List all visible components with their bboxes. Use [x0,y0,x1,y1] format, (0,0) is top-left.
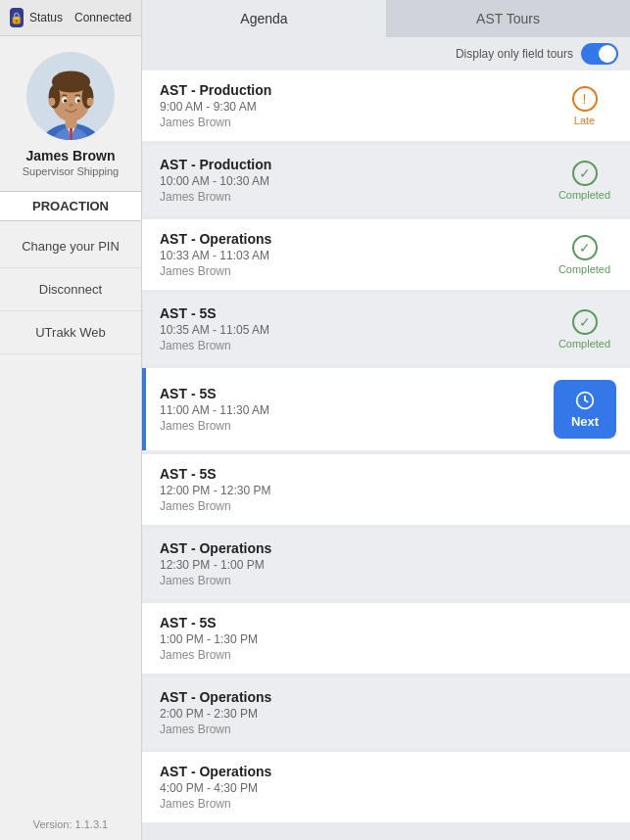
app-label: PROACTION [0,191,141,221]
tab-agenda[interactable]: Agenda [142,0,386,37]
clock-icon [575,391,595,410]
status-badge: ✓ Completed [553,235,616,275]
status-badge: ✓ Completed [553,161,616,201]
item-person: James Brown [160,499,616,513]
top-bar: Display only field tours [142,37,630,70]
item-title: AST - 5S [160,305,553,321]
sidebar: 🔒 Status Connected [0,0,142,840]
main-content: Agenda AST Tours Display only field tour… [142,0,630,840]
schedule-list: AST - Production 9:00 AM - 9:30 AM James… [142,70,630,840]
item-title: AST - Operations [160,231,553,247]
sidebar-item-utrakk[interactable]: UTrakk Web [0,311,141,354]
item-person: James Brown [160,116,553,129]
item-time: 10:35 AM - 11:05 AM [160,323,553,337]
item-time: 12:00 PM - 12:30 PM [160,484,616,497]
item-title: AST - 5S [160,615,616,630]
item-person: James Brown [160,797,616,811]
toggle-knob [599,45,616,63]
sidebar-nav: Change your PIN Disconnect UTrakk Web [0,225,141,354]
status-bar: 🔒 Status Connected [0,0,141,36]
badge-text: Completed [558,338,610,350]
item-time: 10:33 AM - 11:03 AM [160,249,553,262]
schedule-item[interactable]: AST - 5S 1:00 PM - 1:30 PM James Brown [142,603,630,674]
item-info: AST - 5S 1:00 PM - 1:30 PM James Brown [160,615,616,662]
badge-text: Completed [558,189,610,201]
connection-status: Connected [74,11,131,24]
schedule-item[interactable]: AST - Production 9:00 AM - 9:30 AM James… [142,70,630,141]
item-person: James Brown [160,339,553,352]
badge-text: Late [574,115,595,126]
item-info: AST - Operations 12:30 PM - 1:00 PM Jame… [160,540,616,587]
item-time: 9:00 AM - 9:30 AM [160,100,553,114]
svg-point-15 [68,104,73,107]
badge-text: Completed [558,263,610,275]
item-title: AST - 5S [160,386,554,401]
user-role: Supervisor Shipping [23,165,119,177]
schedule-item[interactable]: AST - Operations 2:00 PM - 2:30 PM James… [142,677,630,748]
svg-point-14 [76,99,79,102]
tab-bar: Agenda AST Tours [142,0,630,37]
item-person: James Brown [160,648,616,662]
item-title: AST - Production [160,157,553,172]
item-title: AST - Operations [160,764,616,779]
item-time: 10:00 AM - 10:30 AM [160,174,553,188]
schedule-item[interactable]: AST - 5S 11:00 AM - 11:30 AM James Brown… [142,368,630,450]
item-info: AST - Production 10:00 AM - 10:30 AM Jam… [160,157,553,204]
item-title: AST - Operations [160,689,616,705]
item-time: 1:00 PM - 1:30 PM [160,632,616,646]
check-icon: ✓ [572,235,598,260]
schedule-item[interactable]: AST - Operations 4:00 PM - 4:30 PM James… [142,752,630,822]
item-person: James Brown [160,190,553,204]
status-badge: ! Late [553,86,616,126]
svg-point-10 [86,98,93,107]
status-label: Status [29,11,63,24]
item-title: AST - Operations [160,540,616,556]
user-name: James Brown [25,148,115,163]
item-info: AST - 5S 10:35 AM - 11:05 AM James Brown [160,305,553,352]
field-tours-toggle[interactable] [581,43,618,65]
item-info: AST - Production 9:00 AM - 9:30 AM James… [160,82,553,129]
item-time: 2:00 PM - 2:30 PM [160,707,616,721]
item-person: James Brown [160,574,616,587]
item-info: AST - Operations 2:00 PM - 2:30 PM James… [160,689,616,736]
version-label: Version: 1.1.3.1 [33,818,108,830]
item-title: AST - Production [160,82,553,98]
avatar-image [29,57,113,140]
next-button[interactable]: Next [554,380,616,439]
check-icon: ✓ [572,309,598,335]
schedule-item[interactable]: AST - Production 10:00 AM - 10:30 AM Jam… [142,145,630,215]
item-person: James Brown [160,264,553,278]
tab-ast-tours[interactable]: AST Tours [386,0,630,37]
item-time: 12:30 PM - 1:00 PM [160,558,616,572]
item-info: AST - Operations 4:00 PM - 4:30 PM James… [160,764,616,811]
avatar [26,52,115,140]
schedule-item[interactable]: AST - Operations 10:33 AM - 11:03 AM Jam… [142,219,630,290]
item-time: 4:00 PM - 4:30 PM [160,781,616,795]
check-icon: ✓ [572,161,598,186]
lock-icon: 🔒 [10,8,24,27]
svg-point-13 [63,99,66,102]
sidebar-item-disconnect[interactable]: Disconnect [0,268,141,311]
status-badge: ✓ Completed [553,309,616,350]
late-icon: ! [572,86,598,112]
sidebar-item-change-pin[interactable]: Change your PIN [0,225,141,268]
schedule-item[interactable]: AST - 5S 10:35 AM - 11:05 AM James Brown… [142,294,630,364]
display-field-label: Display only field tours [456,47,573,61]
svg-point-9 [48,98,55,107]
item-info: AST - Operations 10:33 AM - 11:03 AM Jam… [160,231,553,278]
item-info: AST - 5S 12:00 PM - 12:30 PM James Brown [160,466,616,513]
item-person: James Brown [160,723,616,736]
item-title: AST - 5S [160,466,616,482]
item-time: 11:00 AM - 11:30 AM [160,403,554,417]
schedule-item[interactable]: AST - 5S 12:00 PM - 12:30 PM James Brown [142,454,630,525]
item-info: AST - 5S 11:00 AM - 11:30 AM James Brown [160,386,554,433]
schedule-item[interactable]: AST - Operations 12:30 PM - 1:00 PM Jame… [142,529,630,599]
next-label: Next [571,414,599,429]
item-person: James Brown [160,419,554,433]
